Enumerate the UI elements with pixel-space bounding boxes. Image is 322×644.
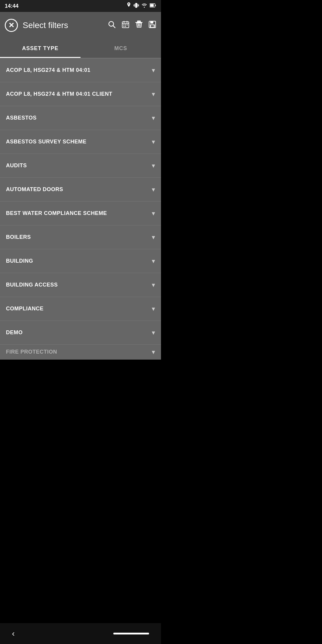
tab-mcs[interactable]: MCS [80,39,161,58]
svg-rect-10 [127,24,128,25]
list-item[interactable]: BUILDING ACCESS ▾ [0,273,161,297]
list-item-partial[interactable]: FIRE PROTECTION ▾ [0,345,161,360]
chevron-down-icon: ▾ [152,186,155,193]
list-item[interactable]: BUILDING ▾ [0,249,161,273]
vibrate-icon [134,2,139,10]
list-item[interactable]: DEMO ▾ [0,321,161,345]
svg-rect-21 [150,21,153,24]
status-bar: 14:44 [0,0,161,12]
battery-icon [150,3,156,9]
list-item[interactable]: BOILERS ▾ [0,225,161,249]
list-item[interactable]: ACOP L8, HSG274 & HTM 04:01 CLIENT ▾ [0,82,161,106]
save-icon[interactable] [148,21,156,30]
header: ✕ Select filters [0,12,161,39]
svg-rect-8 [123,24,124,25]
calendar-icon[interactable] [122,21,129,30]
location-icon [126,2,131,10]
chevron-down-icon: ▾ [152,348,155,356]
chevron-down-icon: ▾ [152,257,155,265]
status-icons [126,2,156,10]
tabs-container: ASSET TYPE MCS [0,39,161,58]
list-item[interactable]: COMPLIANCE ▾ [0,297,161,321]
svg-rect-1 [150,4,154,7]
chevron-down-icon: ▾ [152,305,155,313]
close-button[interactable]: ✕ [5,19,18,32]
close-icon: ✕ [8,22,14,29]
chevron-down-icon: ▾ [152,233,155,241]
status-time: 14:44 [5,3,18,9]
list-item[interactable]: BEST WATER COMPLIANCE SCHEME ▾ [0,202,161,225]
list-item[interactable]: ASBESTOS SURVEY SCHEME ▾ [0,130,161,154]
list-item[interactable]: ASBESTOS ▾ [0,106,161,130]
svg-rect-12 [125,26,126,27]
header-actions [108,20,156,31]
chevron-down-icon: ▾ [152,90,155,98]
delete-icon[interactable] [135,20,143,31]
chevron-down-icon: ▾ [152,329,155,337]
tab-asset-type[interactable]: ASSET TYPE [0,39,80,58]
chevron-down-icon: ▾ [152,138,155,146]
chevron-down-icon: ▾ [152,114,155,122]
svg-rect-11 [123,26,124,27]
svg-rect-23 [151,25,154,27]
header-title: Select filters [23,21,103,30]
chevron-down-icon: ▾ [152,66,155,74]
list-item[interactable]: AUTOMATED DOORS ▾ [0,178,161,202]
chevron-down-icon: ▾ [152,210,155,217]
search-icon[interactable] [108,21,116,30]
asset-type-list: ACOP L8, HSG274 & HTM 04:01 ▾ ACOP L8, H… [0,58,161,360]
chevron-down-icon: ▾ [152,162,155,170]
svg-rect-9 [125,24,126,25]
chevron-down-icon: ▾ [152,281,155,289]
list-item[interactable]: ACOP L8, HSG274 & HTM 04:01 ▾ [0,58,161,82]
svg-line-3 [113,26,115,28]
list-item[interactable]: AUDITS ▾ [0,154,161,178]
wifi-icon [141,3,147,9]
